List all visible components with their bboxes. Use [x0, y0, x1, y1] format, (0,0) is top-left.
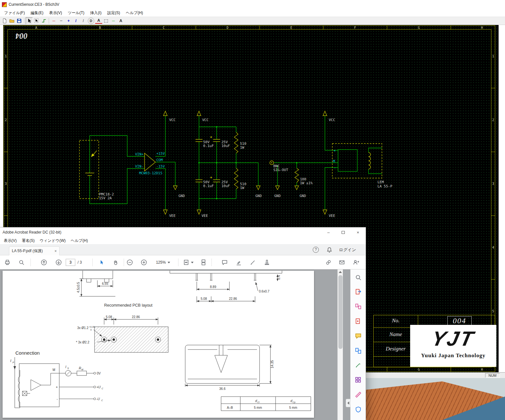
document-viewport[interactable]: 6.55 4.5±0.5 8.89 5.08 22.86 0.4 0.6x0.7…: [0, 269, 366, 420]
lem-pin-plus: +: [334, 149, 336, 153]
organize-pages-icon[interactable]: [353, 302, 363, 311]
open-file-button[interactable]: [8, 17, 15, 24]
share-link-icon[interactable]: [324, 258, 333, 267]
device-tool[interactable]: D: [88, 18, 94, 24]
chevron-down-icon[interactable]: [191, 262, 194, 263]
hand-tool-icon[interactable]: [111, 258, 120, 267]
bsch-titlebar[interactable]: CurrentSensor.CE3 - BSch3V: [0, 0, 505, 9]
label-tool[interactable]: A: [95, 18, 102, 24]
rm-sub: M: [81, 368, 83, 371]
login-button[interactable]: ログイン: [339, 247, 356, 253]
menu-help[interactable]: ヘルプ(H): [68, 237, 91, 244]
comment-icon[interactable]: [220, 258, 229, 267]
zoom-level-dropdown[interactable]: 125%: [153, 259, 173, 266]
dim-label: 5.08: [106, 315, 112, 319]
menu-settings[interactable]: 設定(S): [104, 9, 123, 17]
panel-search-icon[interactable]: [353, 273, 363, 282]
wire-tool-button[interactable]: [40, 17, 47, 24]
row-number: 2: [492, 118, 494, 122]
page-scrolling-icon[interactable]: [199, 258, 208, 267]
vcc-arrow: [163, 111, 167, 116]
resistor-510-top: [234, 132, 238, 153]
email-icon[interactable]: [337, 258, 347, 267]
block-select-tool-button[interactable]: [33, 17, 40, 24]
menu-file[interactable]: ファイル(F): [1, 9, 28, 17]
junction-tool[interactable]: +: [65, 17, 72, 24]
pin-label-vinp: VIN+: [135, 152, 144, 156]
menu-window[interactable]: ウィンドウ(W): [37, 237, 68, 244]
stamp-icon[interactable]: [262, 258, 272, 267]
maximize-button[interactable]: [336, 227, 351, 237]
col-letter: G: [418, 26, 420, 29]
previous-page-icon[interactable]: [39, 258, 49, 267]
panel-comment-icon[interactable]: [353, 331, 363, 341]
zoom-level-value: 125%: [156, 260, 166, 265]
zoom-out-icon[interactable]: [125, 258, 135, 267]
page-number-input[interactable]: [66, 259, 75, 266]
save-button[interactable]: [16, 17, 23, 24]
document-tab[interactable]: LA 55-P.pdf (保護) ×: [9, 246, 60, 255]
gnd-label: GND: [274, 194, 281, 198]
new-file-button[interactable]: [1, 17, 8, 24]
create-pdf-icon[interactable]: [353, 317, 363, 326]
close-button[interactable]: ×: [351, 227, 365, 237]
measure-icon[interactable]: [353, 390, 363, 399]
sign-pen-icon[interactable]: [248, 258, 258, 267]
logo-monogram: YJT: [410, 325, 496, 352]
menu-insert[interactable]: 挿入(I): [87, 9, 104, 17]
text-tool[interactable]: A: [117, 17, 124, 24]
fit-width-icon[interactable]: [181, 258, 191, 267]
scroll-up-icon[interactable]: [339, 271, 342, 273]
menu-tool[interactable]: ツール(T): [65, 9, 87, 17]
hole-callout: * 3x Ø2.2: [76, 341, 89, 344]
dashed-box-tool[interactable]: [103, 17, 110, 24]
cap-value: 0.1uF: [203, 184, 214, 188]
export-pdf-icon[interactable]: [353, 287, 363, 297]
lem-body[interactable]: [338, 150, 357, 171]
select-tool-button[interactable]: [26, 17, 33, 24]
next-page-icon[interactable]: [54, 258, 63, 267]
add-user-icon[interactable]: [351, 258, 361, 267]
vertical-scrollbar[interactable]: [337, 269, 343, 420]
fill-sign-icon[interactable]: [353, 360, 363, 370]
red-line-tool[interactable]: ─: [50, 17, 57, 24]
row-number: 1: [5, 54, 7, 58]
more-tools-icon[interactable]: [353, 375, 363, 385]
dashed-line-tool[interactable]: ╌: [58, 17, 65, 24]
0v-label: 0V: [97, 372, 101, 375]
menu-sign[interactable]: 署名(S): [19, 237, 37, 244]
table-header: d: [290, 399, 292, 403]
diagonal-line-tool[interactable]: /: [80, 17, 87, 24]
green-line-tool[interactable]: ─: [110, 17, 117, 24]
row-number: 2: [5, 118, 7, 122]
menu-view[interactable]: 表示(V): [1, 237, 19, 244]
acrobat-titlebar[interactable]: Adobe Acrobat Reader DC (32-bit) – ×: [0, 227, 366, 237]
dim-label: 6.55: [102, 282, 108, 285]
protect-shield-icon[interactable]: [353, 405, 363, 414]
combine-files-icon[interactable]: [353, 346, 363, 356]
bus-line-tool[interactable]: /: [72, 17, 79, 24]
panel-collapse-handle[interactable]: [346, 399, 350, 407]
minimize-button[interactable]: –: [321, 227, 336, 237]
select-cursor-icon[interactable]: [97, 258, 106, 267]
cap-value: 10uF: [221, 144, 230, 148]
scrollbar-thumb[interactable]: [338, 275, 343, 349]
resistor-100: [295, 168, 299, 183]
menu-help[interactable]: ヘルプ(H): [123, 9, 146, 17]
notification-bell-icon[interactable]: [326, 247, 333, 254]
vcc-label: VCC: [329, 118, 335, 122]
vee-arrow: [323, 210, 327, 214]
highlight-icon[interactable]: [234, 258, 244, 267]
desktop-wallpaper: [366, 378, 505, 420]
toolbar-separator: [178, 259, 178, 266]
vcc-arrow: [197, 111, 201, 116]
dim-label: 14.35: [270, 360, 274, 368]
print-icon[interactable]: [3, 258, 12, 267]
menu-view[interactable]: 表示(V): [46, 9, 65, 17]
help-icon[interactable]: ?: [313, 247, 319, 253]
zoom-in-icon[interactable]: [139, 258, 149, 267]
battery-symbol: [85, 173, 94, 176]
menu-edit[interactable]: 編集(E): [28, 9, 46, 17]
tab-close-icon[interactable]: ×: [54, 249, 57, 253]
search-icon[interactable]: [17, 258, 26, 267]
